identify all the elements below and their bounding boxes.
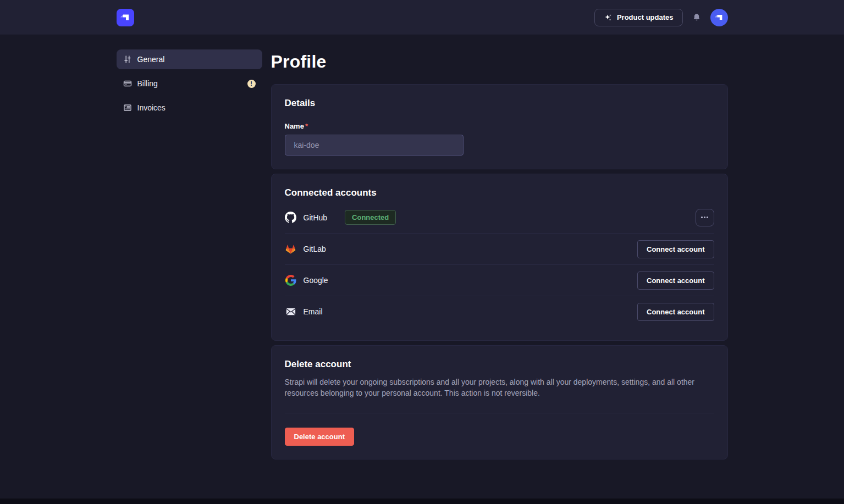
strapi-mark-icon	[120, 12, 131, 23]
bell-icon	[692, 13, 702, 23]
connected-accounts-title: Connected accounts	[285, 187, 714, 198]
product-updates-label: Product updates	[617, 13, 674, 21]
strapi-logo[interactable]	[117, 9, 134, 26]
sidebar-item-label: Billing	[137, 79, 158, 88]
required-asterisk: *	[305, 122, 308, 130]
sparkle-icon	[604, 13, 613, 22]
email-connect-account-button[interactable]: Connect account	[637, 303, 714, 321]
account-row-github: GitHub Connected	[285, 202, 714, 233]
account-name: GitHub	[304, 213, 328, 222]
sidebar-item-invoices[interactable]: Invoices	[117, 98, 262, 118]
connected-status-badge: Connected	[345, 210, 396, 225]
billing-warning-badge: !	[247, 80, 256, 88]
avatar-strapi-mark-icon	[714, 13, 724, 23]
delete-account-title: Delete account	[285, 359, 714, 370]
sidebar-item-label: Invoices	[137, 103, 166, 112]
sliders-icon	[123, 55, 132, 64]
name-input[interactable]	[285, 135, 464, 156]
main-content: Profile Details Name* Connected accounts	[271, 49, 728, 486]
details-card-title: Details	[285, 98, 714, 109]
account-name: Google	[304, 276, 328, 285]
gitlab-icon	[285, 243, 297, 255]
page-title: Profile	[271, 52, 728, 72]
delete-account-description: Strapi will delete your ongoing subscrip…	[285, 376, 714, 398]
google-icon	[285, 275, 297, 286]
details-card: Details Name*	[271, 84, 728, 169]
settings-sidebar: General Billing !	[117, 49, 262, 486]
bottom-strip	[0, 499, 844, 504]
name-field-label: Name*	[285, 122, 714, 130]
delete-account-card: Delete account Strapi will delete your o…	[271, 345, 728, 459]
user-avatar[interactable]	[710, 9, 728, 26]
product-updates-button[interactable]: Product updates	[594, 9, 683, 26]
connected-accounts-card: Connected accounts GitHub Connected	[271, 174, 728, 341]
notifications-bell-button[interactable]	[692, 13, 702, 23]
invoice-icon	[123, 103, 132, 112]
account-row-email: Email Connect account	[285, 296, 714, 327]
account-name: Email	[304, 307, 323, 316]
sidebar-item-general[interactable]: General	[117, 49, 262, 69]
credit-card-icon	[123, 79, 132, 88]
account-row-google: Google Connect account	[285, 264, 714, 296]
account-row-gitlab: GitLab Connect account	[285, 233, 714, 264]
delete-account-button[interactable]: Delete account	[285, 428, 354, 446]
gitlab-connect-account-button[interactable]: Connect account	[637, 240, 714, 258]
email-icon	[285, 306, 297, 317]
github-more-options-button[interactable]	[696, 209, 714, 226]
github-icon	[285, 212, 297, 223]
account-name: GitLab	[304, 245, 326, 253]
divider	[285, 413, 714, 413]
sidebar-item-label: General	[137, 55, 165, 64]
google-connect-account-button[interactable]: Connect account	[637, 272, 714, 290]
topbar: Product updates	[0, 0, 844, 35]
sidebar-item-billing[interactable]: Billing !	[117, 74, 262, 93]
